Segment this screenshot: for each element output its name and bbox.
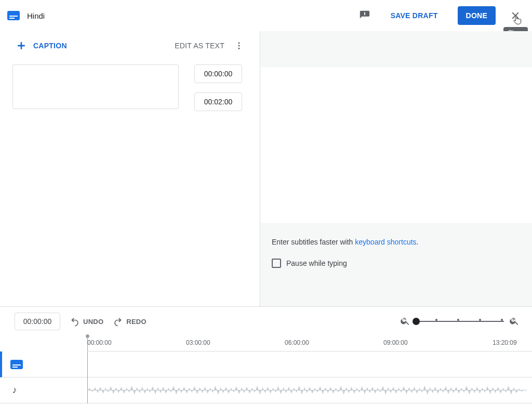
pause-while-typing-checkbox[interactable] xyxy=(272,259,281,268)
svg-point-2 xyxy=(238,48,240,49)
zoom-out-button[interactable] xyxy=(400,316,410,328)
header-bar: Hindi SAVE DRAFT DONE Close xyxy=(0,0,532,31)
close-button[interactable] xyxy=(505,5,526,26)
timeline-current-time[interactable]: 00:00:00 xyxy=(15,313,60,330)
plus-icon xyxy=(16,40,27,51)
more-options-button[interactable] xyxy=(231,37,247,54)
undo-button[interactable]: UNDO xyxy=(70,316,103,327)
kebab-icon xyxy=(234,41,244,50)
add-caption-label: CAPTION xyxy=(33,42,67,50)
feedback-icon xyxy=(359,10,370,21)
svg-point-0 xyxy=(238,42,240,44)
pause-while-typing-label: Pause while typing xyxy=(286,259,347,267)
keyboard-shortcuts-link[interactable]: keyboard shortcuts xyxy=(355,238,416,246)
hint-prefix: Enter subtitles faster with xyxy=(272,238,355,246)
zoom-slider-knob[interactable] xyxy=(413,318,420,325)
caption-row: 00:00:00 00:02:00 xyxy=(0,60,260,111)
timeline-body: 00:00:00 03:00:00 06:00:00 09:00:00 13:2… xyxy=(0,336,532,403)
captions-track[interactable] xyxy=(0,352,532,377)
zoom-out-icon xyxy=(400,316,410,326)
timeline: 00:00:00 UNDO REDO xyxy=(0,306,532,403)
undo-icon xyxy=(70,316,80,327)
caption-end-time[interactable]: 00:02:00 xyxy=(194,92,242,111)
ruler-tick: 13:20:09 xyxy=(493,339,517,346)
subtitles-icon xyxy=(10,360,23,369)
editor-panels: CAPTION EDIT AS TEXT 00:00:00 00:02:00 E… xyxy=(0,31,532,306)
subtitles-hint-strip: Enter subtitles faster with keyboard sho… xyxy=(260,228,532,306)
audio-track[interactable]: ♪ xyxy=(0,377,532,403)
edit-as-text-label: EDIT AS TEXT xyxy=(175,42,224,50)
ruler-tick: 09:00:00 xyxy=(383,339,408,346)
music-note-icon: ♪ xyxy=(12,385,17,396)
hint-line: Enter subtitles faster with keyboard sho… xyxy=(272,238,521,246)
waveform xyxy=(87,383,527,398)
hint-suffix: . xyxy=(417,238,419,246)
undo-label: UNDO xyxy=(83,318,103,326)
zoom-in-button[interactable] xyxy=(509,316,520,328)
captions-toolbar: CAPTION EDIT AS TEXT xyxy=(0,31,260,60)
save-draft-label: SAVE DRAFT xyxy=(391,11,438,20)
ruler-tick: 06:00:00 xyxy=(285,339,309,346)
zoom-in-icon xyxy=(509,316,520,326)
preview-panel: Enter subtitles faster with keyboard sho… xyxy=(260,31,532,306)
ruler-tick: 00:00:00 xyxy=(87,339,112,346)
caption-time-stack: 00:00:00 00:02:00 xyxy=(194,64,242,111)
subtitles-icon xyxy=(7,11,20,20)
edit-as-text-button[interactable]: EDIT AS TEXT xyxy=(175,42,224,50)
zoom-slider[interactable] xyxy=(416,321,504,322)
feedback-button[interactable] xyxy=(354,5,375,26)
done-label: DONE xyxy=(466,11,487,20)
redo-icon xyxy=(113,316,123,327)
close-icon xyxy=(510,10,521,21)
save-draft-button[interactable]: SAVE DRAFT xyxy=(382,6,446,25)
video-preview[interactable] xyxy=(260,67,532,223)
svg-point-1 xyxy=(238,45,240,47)
add-caption-button[interactable]: CAPTION xyxy=(16,40,67,51)
caption-start-time[interactable]: 00:00:00 xyxy=(194,64,242,83)
timeline-controls: 00:00:00 UNDO REDO xyxy=(0,307,532,336)
done-button[interactable]: DONE xyxy=(458,6,496,25)
language-name: Hindi xyxy=(27,11,45,20)
timeline-ruler[interactable]: 00:00:00 03:00:00 06:00:00 09:00:00 13:2… xyxy=(87,336,532,352)
ruler-tick: 03:00:00 xyxy=(186,339,210,346)
caption-text-input[interactable] xyxy=(12,64,179,109)
captions-panel: CAPTION EDIT AS TEXT 00:00:00 00:02:00 xyxy=(0,31,260,306)
zoom-controls xyxy=(400,316,520,328)
redo-button[interactable]: REDO xyxy=(113,316,147,327)
redo-label: REDO xyxy=(126,318,147,326)
